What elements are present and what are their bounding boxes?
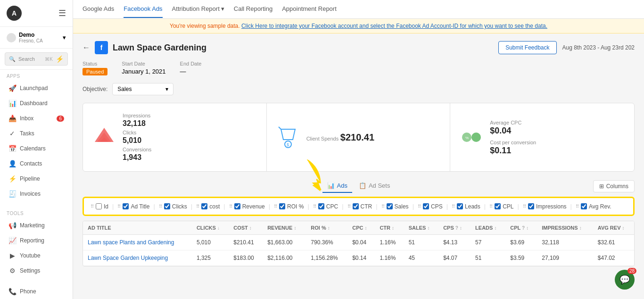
- sidebar-item-contacts[interactable]: 👤 Contacts: [2, 157, 71, 171]
- clicks-value: 5,010: [123, 136, 257, 145]
- sidebar-item-calendars[interactable]: 📅 Calendars: [2, 141, 71, 156]
- col-checkbox-sales[interactable]: [387, 203, 393, 209]
- col-item-cpc: ⠿ CPC: [313, 203, 338, 210]
- drag-handle-cps[interactable]: ⠿: [418, 204, 421, 209]
- col-checkbox-leads[interactable]: [457, 203, 463, 209]
- row1-cost: $210.41: [229, 235, 263, 250]
- sidebar-item-invoices[interactable]: 🧾 Invoices: [2, 187, 71, 201]
- drag-handle-ad-title[interactable]: ⠿: [117, 204, 121, 209]
- phone-icon: 📞: [8, 288, 16, 295]
- sidebar-item-pipeline[interactable]: ⚡ Pipeline: [2, 172, 71, 186]
- col-checkbox-cpl[interactable]: [495, 203, 501, 209]
- drag-handle-revenue[interactable]: ⠿: [229, 204, 232, 209]
- sidebar-account[interactable]: Demo Fresno, CA ▾: [0, 27, 73, 49]
- sidebar-item-dashboard[interactable]: 📊 Dashboard: [2, 96, 71, 110]
- col-item-avg-rev: ⠿ Avg Rev.: [576, 203, 611, 210]
- col-checkbox-id[interactable]: [96, 203, 102, 209]
- drag-handle-roi[interactable]: ⠿: [274, 204, 277, 209]
- row2-ad-title-link[interactable]: Lawn Space Garden Upkeeping: [88, 255, 168, 261]
- drag-handle-cpc[interactable]: ⠿: [313, 204, 316, 209]
- col-checkbox-ctr[interactable]: [353, 203, 359, 209]
- col-checkbox-ad-title[interactable]: [123, 203, 129, 209]
- th-ad-title[interactable]: AD TITLE: [83, 221, 192, 235]
- launchpad-icon: 🚀: [8, 84, 16, 92]
- sidebar-item-phone[interactable]: 📞 Phone: [2, 284, 71, 299]
- sidebar: A ☰ Demo Fresno, CA ▾ 🔍 Search ⌘K ⚡ Apps…: [0, 0, 73, 299]
- back-button[interactable]: ←: [83, 43, 90, 52]
- nav-attribution-report[interactable]: Attribution Report ▾: [172, 0, 224, 18]
- alert-link[interactable]: Click Here to integrate your Facebook ac…: [241, 23, 547, 29]
- tab-ad-sets[interactable]: 📋 Ad Sets: [354, 179, 395, 193]
- drag-handle-sales[interactable]: ⠿: [381, 204, 385, 209]
- th-clicks[interactable]: CLICKS ↓: [192, 221, 229, 235]
- row2-sales: 45: [404, 250, 438, 266]
- th-cost[interactable]: COST ↕: [229, 221, 263, 235]
- col-checkbox-avg-rev[interactable]: [581, 203, 587, 209]
- sidebar-item-tasks[interactable]: ✓ Tasks: [2, 126, 71, 141]
- drag-handle-cost[interactable]: ⠿: [196, 204, 199, 209]
- col-checkbox-cps[interactable]: [423, 203, 429, 209]
- drag-handle-id[interactable]: ⠿: [91, 204, 94, 209]
- row2-leads: 51: [471, 250, 505, 266]
- objective-label: Objective:: [83, 86, 107, 92]
- submit-feedback-button[interactable]: Submit Feedback: [498, 41, 556, 54]
- columns-button[interactable]: ⊞ Columns: [593, 180, 635, 192]
- sidebar-item-launchpad[interactable]: 🚀 Launchpad: [2, 81, 71, 95]
- th-roi[interactable]: ROI % ↕: [306, 221, 347, 235]
- sidebar-item-settings[interactable]: ⚙ Settings: [2, 264, 71, 278]
- th-revenue[interactable]: REVENUE ↕: [263, 221, 306, 235]
- sidebar-item-youtube[interactable]: ▶ Youtube: [2, 249, 71, 263]
- cpc-icon: %: [460, 125, 483, 149]
- nav-appointment-report[interactable]: Appointment Report: [282, 0, 337, 18]
- tab-ads[interactable]: 📊 Ads: [322, 179, 352, 193]
- nav-google-ads[interactable]: Google Ads: [83, 0, 114, 18]
- th-sales[interactable]: SALES ↕: [404, 221, 438, 235]
- contacts-icon: 👤: [8, 160, 16, 167]
- th-cps[interactable]: CPS ? ↕: [438, 221, 471, 235]
- col-checkbox-cost[interactable]: [201, 203, 207, 209]
- row2-cpl: $3.59: [505, 250, 537, 266]
- sidebar-item-marketing[interactable]: 📢 Marketing: [2, 218, 71, 233]
- stats-client-spends-card: $ Client Spends $210.41: [267, 103, 451, 171]
- row2-clicks: 1,325: [192, 250, 229, 266]
- nav-facebook-ads[interactable]: Facebook Ads: [124, 0, 162, 18]
- row2-cost: $183.00: [229, 250, 263, 266]
- row1-cpc: $0.04: [347, 235, 375, 250]
- objective-select[interactable]: Sales ▾: [112, 83, 173, 95]
- th-cpc[interactable]: CPC ↕: [347, 221, 375, 235]
- menu-icon[interactable]: ☰: [58, 8, 66, 18]
- sidebar-item-inbox[interactable]: 📥 Inbox 6: [2, 111, 71, 125]
- th-avg-rev[interactable]: AVG REV ↕: [593, 221, 634, 235]
- status-badge: Paused: [83, 68, 107, 75]
- col-checkbox-revenue[interactable]: [234, 203, 240, 209]
- col-checkbox-clicks[interactable]: [164, 203, 170, 209]
- col-item-cpl: ⠿ CPL: [489, 203, 513, 210]
- svg-line-4: [279, 127, 281, 129]
- drag-handle-cpl[interactable]: ⠿: [489, 204, 493, 209]
- row1-leads: 57: [471, 235, 505, 250]
- drag-handle-ctr[interactable]: ⠿: [347, 204, 351, 209]
- alert-banner: You're viewing sample data. Click Here t…: [73, 19, 644, 33]
- col-item-cost: ⠿ cost: [196, 203, 220, 210]
- col-checkbox-cpc[interactable]: [318, 203, 324, 209]
- drag-handle-impressions[interactable]: ⠿: [523, 204, 526, 209]
- search-box[interactable]: 🔍 Search ⌘K ⚡: [5, 52, 68, 66]
- col-checkbox-roi[interactable]: [279, 203, 285, 209]
- drag-handle-avg-rev[interactable]: ⠿: [576, 204, 579, 209]
- tabs-row: 📊 Ads 📋 Ad Sets: [322, 179, 395, 193]
- meta-end-date: End Date —: [180, 61, 202, 75]
- nav-call-reporting[interactable]: Call Reporting: [234, 0, 272, 18]
- sidebar-item-reporting[interactable]: 📈 Reporting: [2, 233, 71, 248]
- drag-handle-clicks[interactable]: ⠿: [159, 204, 162, 209]
- th-leads[interactable]: LEADS ↕: [471, 221, 505, 235]
- row1-ad-title-link[interactable]: Lawn space Plants and Gardening: [88, 239, 174, 246]
- th-ctr[interactable]: CTR ↕: [375, 221, 404, 235]
- table-row: Lawn Space Garden Upkeeping 1,325 $183.0…: [83, 250, 634, 266]
- chat-button[interactable]: 💬 28: [615, 270, 635, 290]
- table-row: Lawn space Plants and Gardening 5,010 $2…: [83, 235, 634, 250]
- drag-handle-leads[interactable]: ⠿: [452, 204, 455, 209]
- th-cpl[interactable]: CPL ? ↕: [505, 221, 537, 235]
- th-impressions[interactable]: IMPRESSIONS ↕: [537, 221, 593, 235]
- col-checkbox-impressions[interactable]: [528, 203, 534, 209]
- svg-text:%: %: [465, 136, 469, 140]
